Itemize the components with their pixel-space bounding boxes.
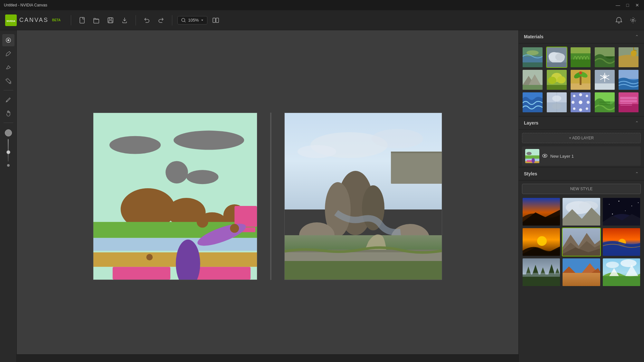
open-file-button[interactable] <box>90 14 102 26</box>
drawing-canvas[interactable] <box>93 113 257 280</box>
material-item-foliage-yellow[interactable] <box>546 69 567 90</box>
notifications-button[interactable] <box>613 14 625 26</box>
style-item-blue-canyon[interactable] <box>522 197 561 226</box>
material-item-beach-palm[interactable] <box>570 69 591 90</box>
photo-canvas-panel[interactable] <box>284 113 442 280</box>
style-item-ocean-sunset[interactable] <box>602 227 641 256</box>
redo-button[interactable] <box>155 14 167 26</box>
styles-title: Styles <box>524 171 537 176</box>
eraser-tool-button[interactable] <box>2 61 14 73</box>
svg-rect-111 <box>599 101 610 103</box>
brush-preview-small <box>7 164 10 167</box>
canvas-divider[interactable] <box>270 113 271 280</box>
material-item-green-hills[interactable] <box>594 92 615 113</box>
window-title: Untitled - NVIDIA Canvas <box>4 3 47 7</box>
materials-collapse-button[interactable]: ⌃ <box>635 34 639 39</box>
titlebar: Untitled - NVIDIA Canvas — □ ✕ <box>0 0 644 10</box>
layer-name-label: New Layer 1 <box>550 154 638 159</box>
close-button[interactable]: ✕ <box>634 2 640 8</box>
materials-title: Materials <box>524 34 544 39</box>
svg-rect-77 <box>547 85 567 90</box>
svg-point-17 <box>186 170 219 184</box>
material-item-water-landscape[interactable] <box>522 47 543 68</box>
svg-point-15 <box>174 130 244 150</box>
svg-point-135 <box>631 206 632 206</box>
svg-rect-5 <box>109 21 112 23</box>
material-item-snowflake[interactable]: ✻ <box>594 69 615 90</box>
svg-point-134 <box>618 201 619 202</box>
add-layer-button[interactable]: + ADD LAYER <box>522 133 641 143</box>
brush-size-thumb[interactable] <box>6 150 10 154</box>
material-item-sandy[interactable] <box>618 47 639 68</box>
pencil-tool-button[interactable] <box>2 48 14 60</box>
material-item-pink-floral[interactable] <box>618 92 639 113</box>
svg-rect-35 <box>234 206 257 220</box>
settings-button[interactable] <box>627 14 639 26</box>
style-item-misty-forest[interactable] <box>522 258 561 287</box>
drawing-canvas-panel[interactable] <box>93 113 257 280</box>
svg-rect-120 <box>525 155 539 159</box>
maximize-button[interactable]: □ <box>625 2 630 8</box>
style-item-desert-mesa[interactable] <box>562 258 601 287</box>
svg-point-76 <box>557 76 565 84</box>
material-item-water-blue[interactable] <box>618 69 639 90</box>
svg-point-39 <box>298 145 336 158</box>
brush-tool-button[interactable] <box>2 34 14 46</box>
material-item-cloud[interactable] <box>546 47 567 68</box>
undo-button[interactable] <box>141 14 153 26</box>
layers-collapse-button[interactable]: ⌃ <box>635 120 639 125</box>
materials-header: Materials ⌃ <box>519 30 644 43</box>
svg-point-152 <box>606 262 619 268</box>
titlebar-left: Untitled - NVIDIA Canvas <box>4 3 47 7</box>
material-item-reflection[interactable] <box>546 92 567 113</box>
zoom-control[interactable]: 105% <box>177 16 207 24</box>
svg-point-97 <box>552 95 561 101</box>
svg-point-12 <box>10 82 11 84</box>
fill-tool-button[interactable] <box>2 75 14 87</box>
svg-point-33 <box>230 224 239 233</box>
view-toggle-button[interactable] <box>210 14 222 26</box>
app-logo: NVIDIA CANVASBETA <box>5 14 61 26</box>
svg-point-122 <box>526 152 532 155</box>
material-item-ocean-wave[interactable] <box>522 92 543 113</box>
svg-rect-151 <box>603 276 641 287</box>
svg-rect-124 <box>527 160 532 162</box>
svg-rect-41 <box>391 152 442 153</box>
materials-section: Materials ⌃ <box>519 30 644 116</box>
eyedropper-tool-button[interactable] <box>2 94 14 106</box>
material-item-terrain-dark[interactable] <box>594 47 615 68</box>
styles-collapse-button[interactable]: ⌃ <box>635 171 639 176</box>
new-file-button[interactable] <box>76 14 88 26</box>
svg-point-141 <box>537 236 547 246</box>
export-button[interactable] <box>119 14 130 26</box>
layer-item[interactable]: New Layer 1 <box>522 146 641 166</box>
svg-rect-2 <box>80 17 84 23</box>
svg-text:NVIDIA: NVIDIA <box>6 19 15 22</box>
material-item-grass-bright[interactable] <box>570 47 591 68</box>
new-style-button[interactable]: NEW STYLE <box>522 184 641 194</box>
left-sidebar <box>0 30 17 362</box>
save-file-button[interactable] <box>105 14 116 26</box>
style-item-rocky-peaks[interactable] <box>562 227 601 256</box>
layer-visibility-button[interactable] <box>542 153 548 160</box>
material-item-mountain-light[interactable] <box>522 69 543 90</box>
svg-point-16 <box>166 161 188 183</box>
material-item-dots-pattern[interactable] <box>570 92 591 113</box>
svg-rect-23 <box>93 238 257 251</box>
hand-tool-button[interactable] <box>2 107 14 119</box>
svg-point-103 <box>572 101 574 104</box>
minimize-button[interactable]: — <box>615 2 621 8</box>
style-item-golden-valley[interactable] <box>522 227 561 256</box>
svg-rect-64 <box>571 60 591 67</box>
svg-point-70 <box>631 50 637 56</box>
svg-point-138 <box>638 202 639 203</box>
styles-section: Styles ⌃ NEW STYLE <box>519 167 644 290</box>
style-item-dark-space[interactable] <box>602 197 641 226</box>
style-item-cloudy-mountains[interactable] <box>562 197 601 226</box>
svg-point-136 <box>625 210 626 211</box>
style-item-alpine-meadow[interactable] <box>602 258 641 287</box>
svg-point-14 <box>109 136 161 154</box>
brush-preview-large <box>5 129 12 136</box>
svg-point-102 <box>586 95 588 97</box>
svg-point-153 <box>620 259 637 267</box>
